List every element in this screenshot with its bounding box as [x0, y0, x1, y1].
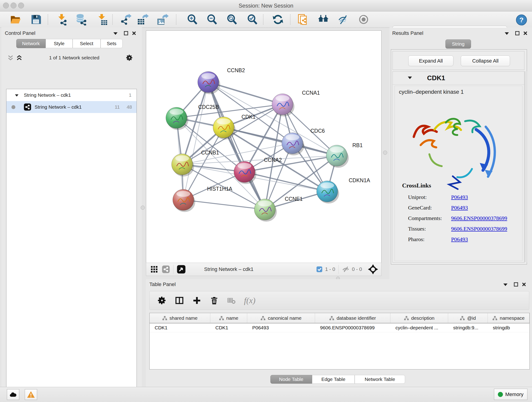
uniprot-link[interactable]: P06493 [451, 192, 468, 202]
column-header-namespace[interactable]: namespace [488, 313, 530, 323]
save-session-icon[interactable] [30, 13, 42, 26]
refresh-view-icon[interactable] [272, 13, 284, 26]
tab-style[interactable]: Style [46, 39, 73, 48]
expand-all-button[interactable]: Expand All [408, 56, 453, 66]
function-builder-icon[interactable]: f(x) [244, 296, 255, 305]
tab-string[interactable]: String [445, 39, 471, 49]
cell[interactable]: P06493 [247, 325, 315, 331]
tab-node-table[interactable]: Node Table [270, 375, 312, 384]
node-label-CCNB2: CCNB2 [227, 67, 245, 73]
network-node-HIST1H1A[interactable] [173, 189, 195, 212]
show-columns-icon[interactable] [175, 296, 184, 305]
table-panel-menu-icon[interactable] [503, 283, 507, 287]
gene-description: cyclin–dependent kinase 1 [399, 89, 464, 95]
genecard-link[interactable]: P06493 [451, 202, 468, 213]
close-results-panel-icon[interactable] [523, 31, 528, 36]
cell[interactable]: stringdb:9... [448, 325, 488, 331]
add-column-icon[interactable] [192, 296, 201, 305]
gene-expander-icon[interactable] [408, 76, 412, 80]
network-collection-row[interactable]: String Network – cdk1 1 [6, 89, 137, 101]
float-table-panel-icon[interactable] [513, 282, 519, 287]
open-session-icon[interactable] [10, 13, 22, 26]
network-edge-CCNB2-HIST1H1A[interactable] [183, 82, 208, 200]
selected-checkbox-icon[interactable] [316, 266, 323, 273]
column-header-description[interactable]: description [390, 313, 448, 323]
network-node-CCNE1[interactable] [254, 199, 277, 222]
gene-header[interactable]: CDK1 [393, 71, 524, 85]
column-header--id[interactable]: @id [448, 313, 488, 323]
compartments-link[interactable]: 9606.ENSP00000378699 [451, 213, 507, 223]
cell[interactable]: CDK1 [150, 325, 210, 331]
zoom-fit-icon[interactable] [226, 13, 238, 26]
string-enhance-labels-icon[interactable] [337, 13, 349, 26]
network-edge-HIST1H1A-CCNE1[interactable] [183, 200, 265, 210]
cell[interactable]: cyclin–dependent ... [390, 325, 448, 331]
float-results-panel-icon[interactable] [515, 31, 520, 36]
warning-button[interactable] [25, 389, 37, 400]
zoom-selected-icon[interactable] [247, 13, 259, 26]
network-node-CDC25B[interactable] [166, 107, 188, 130]
node-label-CCNA2: CCNA2 [264, 157, 282, 163]
tab-network-table[interactable]: Network Table [355, 375, 405, 384]
zoom-in-icon[interactable] [186, 13, 198, 26]
hidden-eye-slash-icon[interactable] [342, 265, 350, 273]
tissues-link[interactable]: 9606.ENSP00000378699 [451, 223, 507, 234]
delete-table-icon[interactable] [227, 296, 236, 305]
node-table: shared namenamecanonical namedatabase id… [149, 313, 530, 370]
column-header-name[interactable]: name [210, 313, 247, 323]
table-row[interactable]: CDK1CDK1P064939606.ENSP00000378699cyclin… [150, 323, 530, 332]
delete-column-trash-icon[interactable] [210, 296, 219, 305]
help-icon[interactable]: ? [515, 14, 527, 26]
memory-button[interactable]: Memory [494, 389, 527, 400]
column-header-shared-name[interactable]: shared name [150, 313, 210, 323]
table-settings-gear-icon[interactable] [157, 296, 167, 305]
import-table-icon[interactable] [96, 13, 108, 26]
network-row-selected[interactable]: String Network – cdk1 11 48 [6, 101, 137, 113]
network-canvas[interactable]: CCNB2CCNA1CDC25BCDK1CDC6RB1CCNB1CCNA2CDK… [146, 31, 381, 263]
zoom-out-icon[interactable] [206, 13, 218, 26]
column-header-canonical-name[interactable]: canonical name [247, 313, 315, 323]
birds-eye-view-icon[interactable] [177, 265, 186, 274]
string-import-documents-icon[interactable] [297, 13, 309, 26]
export-image-icon[interactable] [157, 13, 169, 26]
string-home-icon[interactable] [317, 13, 329, 26]
network-node-CDKN1A[interactable] [317, 181, 339, 204]
network-node-CDC6[interactable] [282, 133, 304, 155]
cell[interactable]: 9606.ENSP00000378699 [315, 325, 390, 331]
left-splitter-handle[interactable] [141, 206, 145, 210]
column-header-database-identifier[interactable]: database identifier [315, 313, 390, 323]
tab-network[interactable]: Network [16, 39, 46, 48]
cloud-button[interactable] [7, 389, 19, 400]
collection-expander-icon[interactable] [15, 92, 19, 98]
fit-selected-crosshair-icon[interactable] [368, 264, 378, 274]
network-node-CDK1[interactable] [213, 117, 235, 140]
network-node-CCNA1[interactable] [272, 94, 294, 116]
results-scrollbar[interactable] [525, 71, 527, 262]
tab-select[interactable]: Select [73, 39, 101, 48]
import-network-from-database-icon[interactable] [75, 13, 87, 26]
cell[interactable]: stringdb [488, 325, 530, 331]
network-options-gear-icon[interactable] [126, 54, 133, 61]
show-glass-ball-effect-icon[interactable] [358, 13, 370, 26]
collapse-all-button[interactable]: Collapse All [461, 56, 510, 66]
export-network-icon[interactable] [120, 13, 132, 26]
cell[interactable]: CDK1 [210, 325, 247, 331]
collapse-all-icon[interactable] [7, 54, 14, 61]
network-share-view-icon[interactable] [162, 265, 170, 274]
results-panel-menu-icon[interactable] [505, 32, 509, 36]
expand-all-icon[interactable] [16, 54, 23, 61]
right-splitter-handle[interactable] [383, 151, 387, 155]
network-node-RB1[interactable] [326, 145, 349, 168]
grid-view-icon[interactable] [150, 265, 158, 273]
close-table-panel-icon[interactable] [521, 282, 526, 287]
import-network-icon[interactable] [56, 13, 68, 26]
tab-sets[interactable]: Sets [101, 39, 123, 48]
memory-label: Memory [505, 391, 523, 397]
control-panel-menu-icon[interactable] [114, 32, 118, 36]
close-panel-icon[interactable] [132, 31, 137, 36]
tab-edge-table[interactable]: Edge Table [312, 375, 355, 384]
control-panel-title: Control Panel [5, 30, 35, 36]
float-panel-icon[interactable] [123, 31, 128, 36]
pharos-link[interactable]: P06493 [451, 234, 468, 245]
export-table-icon[interactable] [137, 13, 149, 26]
